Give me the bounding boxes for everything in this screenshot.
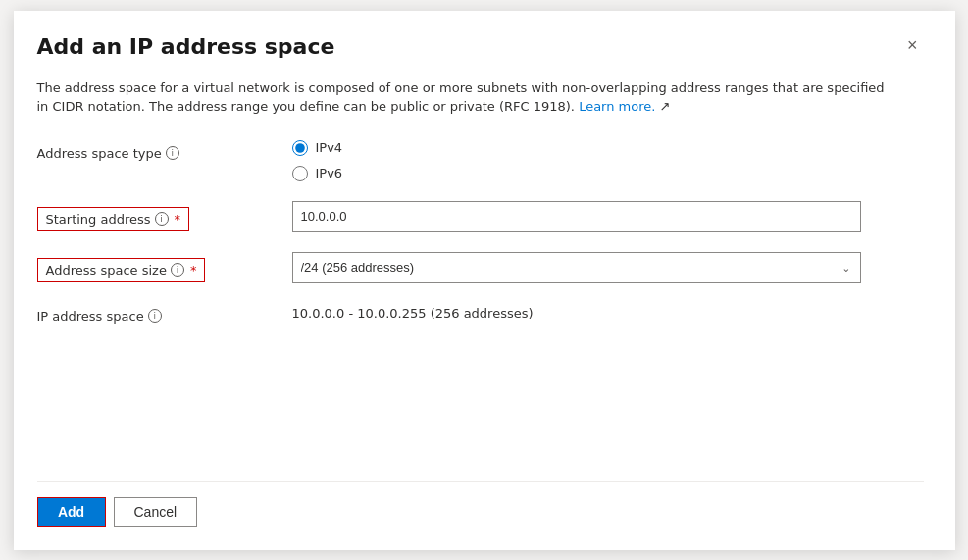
close-button[interactable]: × [901,34,924,56]
address-space-size-label-col: Address space size i * [37,252,292,282]
address-space-type-label-col: Address space type i [37,140,292,161]
address-space-size-select-wrapper: /8 (16777216 addresses) /16 (65536 addre… [292,252,861,283]
address-space-size-control: /8 (16777216 addresses) /16 (65536 addre… [292,252,924,283]
address-space-size-required: * [190,263,197,278]
address-space-type-row: Address space type i IPv4 IPv6 [37,140,924,181]
starting-address-input[interactable] [292,201,861,232]
add-button[interactable]: Add [37,497,106,527]
cancel-button[interactable]: Cancel [114,497,198,527]
address-space-type-control: IPv4 IPv6 [292,140,924,181]
address-space-size-row: Address space size i * /8 (16777216 addr… [37,252,924,283]
ip-address-space-label: IP address space i [37,309,292,324]
learn-more-link[interactable]: Learn more. [579,99,655,114]
add-ip-address-space-dialog: Add an IP address space × The address sp… [14,11,955,550]
starting-address-row: Starting address i * [37,201,924,232]
dialog-header: Add an IP address space × [37,34,924,59]
ip-address-space-value: 10.0.0.0 - 10.0.0.255 (256 addresses) [292,300,534,321]
starting-address-label-col: Starting address i * [37,201,292,231]
dialog-footer: Add Cancel [37,481,924,527]
dialog-description: The address space for a virtual network … [37,78,900,117]
ipv4-radio-input[interactable] [292,140,308,156]
ipv6-radio-input[interactable] [292,166,308,181]
address-space-size-label: Address space size i * [37,258,206,282]
address-space-type-info-icon[interactable]: i [166,146,179,160]
starting-address-info-icon[interactable]: i [155,212,169,226]
starting-address-label: Starting address i * [37,207,190,231]
ipv6-label: IPv6 [316,166,343,180]
ipv4-radio-item[interactable]: IPv4 [292,140,924,156]
address-space-size-select[interactable]: /8 (16777216 addresses) /16 (65536 addre… [292,252,861,283]
ip-address-space-label-col: IP address space i [37,303,292,324]
ip-address-space-info-icon[interactable]: i [148,309,162,323]
dialog-title: Add an IP address space [37,34,335,59]
address-type-radio-group: IPv4 IPv6 [292,140,924,181]
address-space-size-info-icon[interactable]: i [171,263,184,277]
starting-address-control [292,201,924,232]
ip-address-space-value-col: 10.0.0.0 - 10.0.0.255 (256 addresses) [292,303,924,322]
form-body: Address space type i IPv4 IPv6 [37,140,924,461]
ipv4-label: IPv4 [316,140,343,155]
ipv6-radio-item[interactable]: IPv6 [292,166,924,181]
address-space-type-label: Address space type i [37,146,292,161]
ip-address-space-row: IP address space i 10.0.0.0 - 10.0.0.255… [37,303,924,324]
starting-address-required: * [175,212,181,227]
